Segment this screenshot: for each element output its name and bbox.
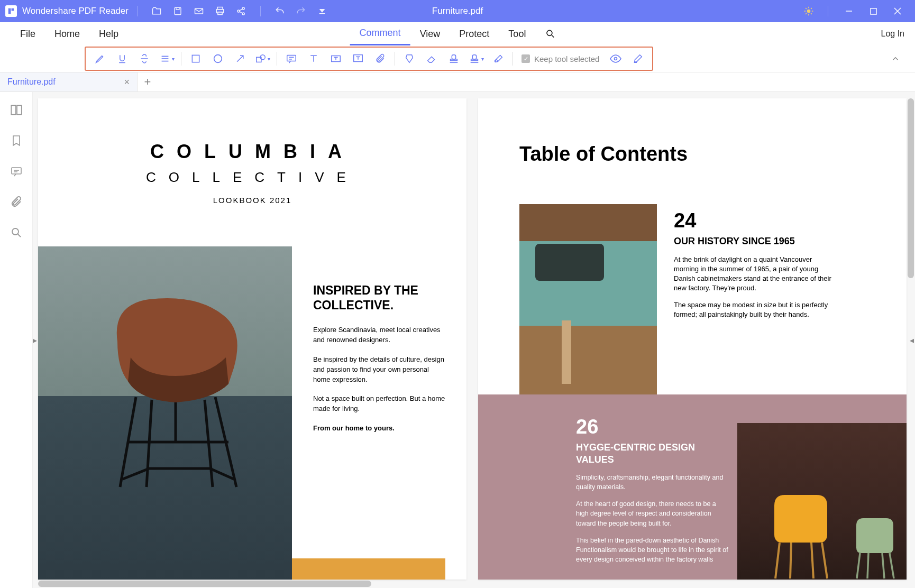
attachments-panel-icon[interactable] xyxy=(9,195,24,209)
stamp2-tool-icon[interactable] xyxy=(443,48,465,69)
stamp-dropdown-icon[interactable]: ▾ xyxy=(465,48,487,69)
highlight-tool-icon[interactable] xyxy=(89,48,111,69)
separator xyxy=(395,52,395,66)
menu-protect[interactable]: Protect xyxy=(450,22,499,45)
attachment-tool-icon[interactable] xyxy=(369,48,391,69)
svg-rect-21 xyxy=(870,8,876,14)
separator xyxy=(181,52,181,66)
yellow-chair-illustration xyxy=(764,484,838,580)
svg-line-71 xyxy=(822,543,827,578)
svg-rect-45 xyxy=(452,55,455,59)
svg-rect-68 xyxy=(519,326,657,394)
pdf-page-1: COLUMBIA COLLECTIVE LOOKBOOK 2021 INSPIR… xyxy=(38,98,466,580)
page1-accent-band xyxy=(292,558,445,580)
page2-title: Table of Contents xyxy=(519,143,688,166)
textbox-tool-icon[interactable] xyxy=(325,48,347,69)
oval-tool-icon[interactable] xyxy=(207,48,229,69)
text-tool-icon[interactable] xyxy=(303,48,325,69)
svg-point-11 xyxy=(807,10,811,13)
thumbnails-icon[interactable] xyxy=(9,103,24,117)
signature-tool-icon[interactable] xyxy=(487,48,509,69)
menu-comment[interactable]: Comment xyxy=(350,22,410,45)
svg-rect-2 xyxy=(175,7,181,15)
page1-para3: Not a space built on perfection. But a h… xyxy=(313,394,445,414)
document-canvas[interactable]: COLUMBIA COLLECTIVE LOOKBOOK 2021 INSPIR… xyxy=(33,92,915,588)
strikethrough-tool-icon[interactable] xyxy=(133,48,155,69)
print-icon[interactable] xyxy=(214,5,226,17)
close-button[interactable] xyxy=(885,0,910,22)
svg-rect-49 xyxy=(471,59,478,61)
svg-point-57 xyxy=(12,228,19,235)
svg-rect-52 xyxy=(11,105,16,114)
svg-line-18 xyxy=(806,13,807,14)
add-tab-button[interactable]: + xyxy=(138,72,158,91)
green-chair-illustration xyxy=(848,511,901,580)
svg-point-24 xyxy=(547,30,552,35)
svg-line-75 xyxy=(890,553,894,578)
mail-icon[interactable] xyxy=(193,5,205,17)
page1-para4: From our home to yours. xyxy=(313,424,445,434)
keep-tool-selected[interactable]: ✓ Keep tool selected xyxy=(516,54,605,63)
menu-tool[interactable]: Tool xyxy=(499,22,535,45)
quick-access-icon[interactable] xyxy=(316,5,328,17)
svg-rect-53 xyxy=(17,105,22,114)
menu-help[interactable]: Help xyxy=(89,22,128,45)
share-icon[interactable] xyxy=(235,5,248,17)
separator xyxy=(137,6,138,16)
document-tab[interactable]: Furniture.pdf × xyxy=(0,72,138,91)
open-icon[interactable] xyxy=(150,5,163,17)
page2-p2c: This belief in the pared-down aesthetic … xyxy=(576,536,729,564)
page1-title: COLUMBIA xyxy=(38,141,466,163)
arrow-tool-icon[interactable] xyxy=(229,48,251,69)
undo-icon[interactable] xyxy=(273,5,286,17)
list-tool-icon[interactable]: ▾ xyxy=(155,48,178,69)
expand-left-icon[interactable]: ▸ xyxy=(33,335,37,345)
menu-home[interactable]: Home xyxy=(45,22,89,45)
note-tool-icon[interactable] xyxy=(280,48,303,69)
left-sidebar xyxy=(0,92,33,588)
hide-comments-icon[interactable] xyxy=(605,48,627,69)
svg-line-77 xyxy=(882,553,884,578)
stamp1-tool-icon[interactable] xyxy=(398,48,420,69)
expand-right-icon[interactable]: ◂ xyxy=(910,335,914,345)
underline-tool-icon[interactable] xyxy=(111,48,133,69)
page1-subtitle: COLLECTIVE xyxy=(38,169,466,186)
svg-line-74 xyxy=(857,553,860,578)
page2-head2: HYGGE-CENTRIC DESIGN VALUES xyxy=(576,442,729,465)
page2-section1: 24 OUR HISTORY SINCE 1965 At the brink o… xyxy=(674,209,832,320)
bookmarks-icon[interactable] xyxy=(9,133,24,148)
comments-panel-icon[interactable] xyxy=(9,164,24,179)
redo-icon[interactable] xyxy=(295,5,307,17)
vertical-scrollbar[interactable] xyxy=(908,98,914,278)
app-logo-icon xyxy=(5,5,17,17)
pencil-tool-icon[interactable] xyxy=(627,48,649,69)
horizontal-scrollbar[interactable] xyxy=(38,581,371,587)
maximize-button[interactable] xyxy=(861,0,885,22)
search-panel-icon[interactable] xyxy=(9,225,24,240)
menu-view[interactable]: View xyxy=(410,22,450,45)
minimize-button[interactable] xyxy=(837,0,861,22)
svg-rect-54 xyxy=(12,168,21,174)
chair-illustration xyxy=(91,278,260,490)
tab-label: Furniture.pdf xyxy=(7,77,56,87)
callout-tool-icon[interactable] xyxy=(347,48,369,69)
checkbox-icon[interactable]: ✓ xyxy=(521,54,530,63)
rectangle-tool-icon[interactable] xyxy=(185,48,207,69)
theme-icon[interactable] xyxy=(802,5,815,17)
svg-rect-1 xyxy=(12,8,14,11)
page2-num2: 26 xyxy=(576,416,729,438)
page2-num1: 24 xyxy=(674,209,832,232)
svg-rect-46 xyxy=(451,59,458,61)
app-name: Wondershare PDF Reader xyxy=(22,6,129,16)
menu-search-icon[interactable] xyxy=(535,22,565,45)
menu-file[interactable]: File xyxy=(11,22,45,45)
collapse-ribbon-icon[interactable] xyxy=(891,54,900,63)
separator xyxy=(277,52,277,66)
close-tab-icon[interactable]: × xyxy=(124,77,130,88)
login-button[interactable]: Log In xyxy=(881,29,904,39)
svg-rect-0 xyxy=(8,8,11,14)
save-icon[interactable] xyxy=(171,5,184,17)
shapes-tool-icon[interactable]: ▾ xyxy=(251,48,273,69)
page2-p1b: The space may be modest in size but it i… xyxy=(674,300,832,319)
eraser-tool-icon[interactable] xyxy=(420,48,443,69)
